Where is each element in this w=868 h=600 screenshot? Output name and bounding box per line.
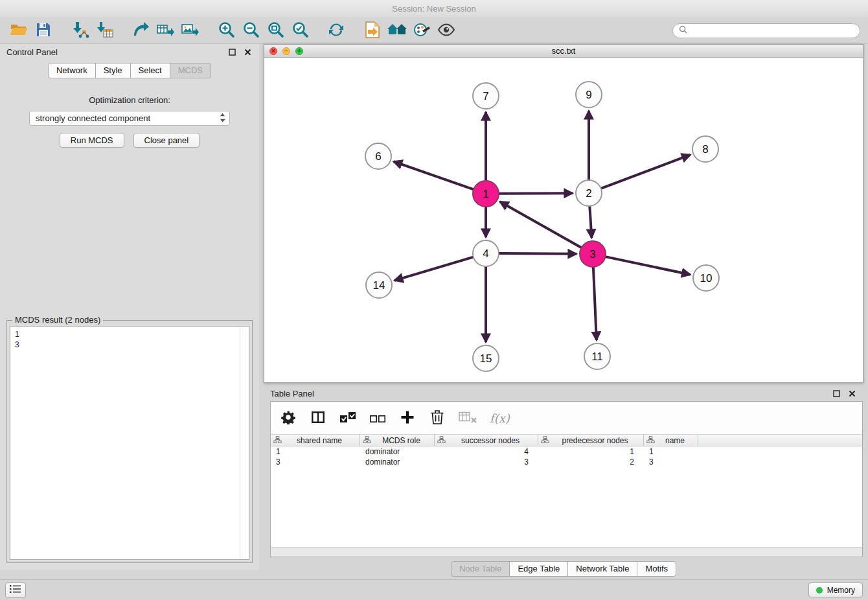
tab-style[interactable]: Style bbox=[95, 63, 131, 78]
import-table-button[interactable] bbox=[93, 20, 115, 41]
optimization-criterion-dropdown[interactable]: strongly connected component bbox=[29, 111, 230, 126]
mcds-result-lines: 13 bbox=[15, 329, 244, 350]
close-window-icon[interactable]: × bbox=[269, 47, 277, 55]
column-header-shared-name[interactable]: shared name bbox=[271, 435, 360, 446]
deselect-all-rows-button[interactable] bbox=[369, 410, 386, 426]
home-button[interactable] bbox=[386, 20, 408, 41]
window-title-bar[interactable]: Session: New Session bbox=[0, 0, 868, 17]
node-6[interactable]: 6 bbox=[365, 143, 391, 169]
tab-motifs[interactable]: Motifs bbox=[637, 561, 676, 577]
export-table-button[interactable] bbox=[154, 20, 176, 41]
import-network-button[interactable] bbox=[69, 20, 91, 41]
refresh-icon bbox=[328, 21, 345, 40]
edge-3-1[interactable] bbox=[500, 202, 582, 248]
edge-2-8[interactable] bbox=[601, 155, 691, 189]
node-3[interactable]: 3 bbox=[580, 241, 606, 267]
zoom-fit-button[interactable] bbox=[264, 20, 286, 41]
result-scrollbar[interactable] bbox=[240, 327, 248, 559]
tab-node-table[interactable]: Node Table bbox=[451, 561, 510, 577]
zoom-in-button[interactable] bbox=[215, 20, 237, 41]
panel-list-icon bbox=[10, 584, 21, 595]
control-panel: Control Panel NetworkStyleSelectMCDS Opt… bbox=[0, 44, 259, 570]
edge-3-10[interactable] bbox=[606, 257, 691, 275]
column-header-successor-nodes[interactable]: successor nodes bbox=[435, 435, 538, 446]
node-label: 11 bbox=[591, 351, 603, 363]
zoom-selected-button[interactable] bbox=[289, 20, 311, 41]
close-panel-icon[interactable] bbox=[847, 388, 857, 398]
mcds-result-title: MCDS result (2 nodes) bbox=[12, 315, 103, 325]
zoom-in-icon bbox=[218, 21, 235, 40]
zoom-window-icon[interactable]: + bbox=[295, 47, 303, 55]
column-header-name[interactable]: name bbox=[644, 435, 698, 446]
edge-4-3[interactable] bbox=[499, 253, 577, 254]
new-network-button[interactable] bbox=[130, 20, 152, 41]
edge-4-14[interactable] bbox=[394, 257, 474, 281]
column-visibility-button[interactable] bbox=[310, 410, 326, 426]
refresh-layout-button[interactable] bbox=[325, 20, 347, 41]
node-label: 3 bbox=[589, 248, 595, 260]
delete-column-button[interactable] bbox=[429, 410, 446, 426]
node-4[interactable]: 4 bbox=[473, 240, 499, 266]
run-mcds-button[interactable]: Run MCDS bbox=[60, 133, 124, 148]
snapshot-button[interactable] bbox=[361, 20, 383, 41]
node-2[interactable]: 2 bbox=[576, 180, 602, 206]
edge-1-2[interactable] bbox=[499, 193, 573, 194]
tab-network-table[interactable]: Network Table bbox=[567, 561, 637, 577]
memory-status-dot bbox=[816, 587, 823, 594]
tab-edge-table[interactable]: Edge Table bbox=[509, 561, 568, 577]
tab-select[interactable]: Select bbox=[130, 63, 170, 78]
float-panel-icon[interactable] bbox=[831, 388, 841, 398]
edge-1-6[interactable] bbox=[394, 161, 474, 189]
node-7[interactable]: 7 bbox=[473, 83, 499, 109]
network-graph[interactable]: 7968124314101511 bbox=[264, 58, 863, 382]
edge-2-3[interactable] bbox=[589, 206, 591, 238]
table-header-row: shared nameMCDS rolesuccessor nodesprede… bbox=[271, 434, 862, 446]
table-row[interactable]: 3dominator323 bbox=[271, 457, 862, 467]
select-all-rows-button[interactable] bbox=[339, 410, 356, 426]
node-11[interactable]: 11 bbox=[584, 343, 610, 369]
column-header-mcds-role[interactable]: MCDS role bbox=[360, 435, 435, 446]
eye-icon bbox=[437, 23, 455, 39]
open-session-button[interactable] bbox=[8, 20, 30, 41]
save-session-button[interactable] bbox=[32, 20, 54, 41]
show-graphics-details-button[interactable] bbox=[435, 20, 457, 41]
column-header-predecessor-nodes[interactable]: predecessor nodes bbox=[538, 435, 644, 446]
delete-table-button[interactable] bbox=[459, 410, 477, 426]
node-15[interactable]: 15 bbox=[473, 345, 499, 371]
close-panel-button[interactable]: Close panel bbox=[133, 133, 200, 148]
table-settings-button[interactable] bbox=[280, 410, 297, 426]
node-10[interactable]: 10 bbox=[693, 265, 719, 291]
window-title: Session: New Session bbox=[392, 4, 475, 14]
search-box[interactable] bbox=[672, 23, 860, 38]
search-input[interactable] bbox=[691, 26, 854, 35]
add-column-button[interactable] bbox=[399, 410, 416, 426]
node-1[interactable]: 1 bbox=[473, 181, 499, 207]
show-panels-button[interactable] bbox=[5, 583, 26, 598]
node-8[interactable]: 8 bbox=[692, 136, 718, 162]
export-image-button[interactable] bbox=[179, 20, 201, 41]
control-panel-header: Control Panel bbox=[0, 44, 259, 60]
memory-label: Memory bbox=[827, 586, 855, 595]
table-cell: dominator bbox=[360, 457, 435, 467]
float-panel-icon[interactable] bbox=[227, 47, 237, 57]
network-window-title-bar[interactable]: × − + scc.txt bbox=[264, 45, 863, 58]
function-builder-button[interactable]: f(x) bbox=[490, 410, 510, 426]
table-row[interactable]: 1dominator411 bbox=[271, 446, 862, 457]
tab-network[interactable]: Network bbox=[48, 63, 96, 78]
import-table-icon bbox=[96, 21, 113, 40]
edge-3-11[interactable] bbox=[593, 267, 597, 340]
memory-button[interactable]: Memory bbox=[808, 583, 863, 597]
mcds-result-text-area[interactable]: 13 bbox=[10, 326, 249, 560]
apply-style-button[interactable] bbox=[411, 20, 433, 41]
minimize-window-icon[interactable]: − bbox=[282, 47, 290, 55]
horizontal-scrollbar[interactable] bbox=[271, 547, 862, 557]
node-14[interactable]: 14 bbox=[366, 272, 392, 298]
table-cell: 2 bbox=[538, 457, 644, 467]
node-9[interactable]: 9 bbox=[576, 82, 602, 108]
zoom-out-button[interactable] bbox=[240, 20, 262, 41]
table-cell: 4 bbox=[435, 446, 538, 457]
tab-mcds[interactable]: MCDS bbox=[170, 63, 211, 78]
close-panel-icon[interactable] bbox=[242, 47, 253, 57]
network-canvas[interactable]: 7968124314101511 bbox=[264, 58, 863, 382]
mcds-buttons-row: Run MCDS Close panel bbox=[0, 133, 259, 148]
